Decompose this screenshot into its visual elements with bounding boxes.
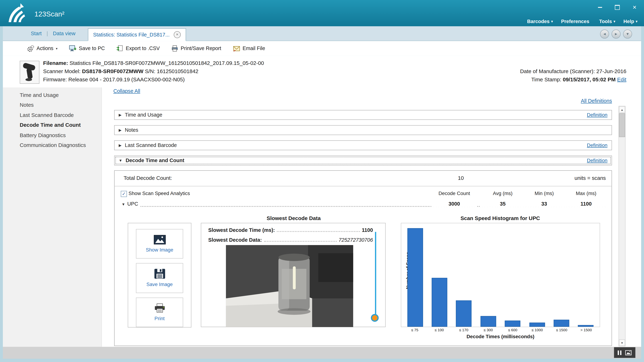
column-decode-count: Decode Count bbox=[432, 190, 477, 196]
show-image-button[interactable]: Show Image bbox=[136, 229, 183, 259]
menu-help[interactable]: Help▾ bbox=[624, 18, 638, 24]
minimize-icon bbox=[598, 7, 602, 8]
status-bar bbox=[3, 347, 641, 359]
menu-label: Barcodes bbox=[527, 18, 550, 24]
scanner-model-value: DS8178-SR0F007ZMWW bbox=[82, 68, 143, 74]
section-time-and-usage[interactable]: ▶ Time and Usage Definition bbox=[114, 110, 612, 120]
save-image-button[interactable]: Save Image bbox=[136, 263, 183, 293]
export-csv-icon bbox=[116, 45, 123, 52]
sidebar-item-notes[interactable]: Notes bbox=[3, 100, 102, 110]
total-decode-count-row: Total Decode Count: 10 units = scans bbox=[115, 171, 612, 186]
histogram-tick-label: ≤ 75 bbox=[402, 328, 427, 332]
actions-label: Actions bbox=[36, 45, 53, 51]
action-toolbar: Actions ▾ Save to PC Export to .CSV bbox=[3, 41, 641, 56]
window-controls: × bbox=[596, 4, 638, 11]
menu-label: Help bbox=[624, 18, 634, 24]
upc-symbology-row: ▼UPC 3000 35 33 1100 bbox=[115, 201, 612, 208]
menu-label: Preferences bbox=[561, 18, 589, 24]
tab-strip: Start | Data view Statistics: Statistics… bbox=[3, 26, 641, 41]
print-button[interactable]: Print bbox=[136, 298, 183, 327]
tab-statistics[interactable]: Statistics: Statistics File_DS817... × bbox=[88, 28, 186, 41]
nav-back-button[interactable]: ◄ bbox=[600, 29, 609, 39]
chevron-right-icon: ▶ bbox=[119, 143, 122, 147]
restore-icon bbox=[615, 5, 620, 10]
print-save-report-label: Print/Save Report bbox=[181, 45, 221, 51]
sidebar-item-decode-time-and-count[interactable]: Decode Time and Count bbox=[3, 120, 102, 130]
pause-icon[interactable] bbox=[618, 350, 622, 355]
actions-button[interactable]: Actions ▾ bbox=[27, 45, 58, 52]
decode-slider-handle[interactable] bbox=[371, 314, 379, 322]
tab-close-icon[interactable]: × bbox=[174, 31, 181, 38]
title-bar: 123Scan² × Barcodes▾ Preferences Tools▾ … bbox=[0, 0, 644, 26]
scroll-down-button[interactable]: ▼ bbox=[619, 340, 625, 346]
edit-timestamp-link[interactable]: Edit bbox=[617, 76, 626, 82]
chevron-down-icon: ▾ bbox=[56, 47, 58, 50]
minimize-button[interactable] bbox=[596, 4, 604, 11]
export-csv-button[interactable]: Export to .CSV bbox=[116, 45, 160, 52]
sidebar-item-communication-diagnostics[interactable]: Communication Diagnostics bbox=[3, 140, 102, 150]
firmware-line: Firmware: Release 004 - 2017.09.19 (SAAC… bbox=[43, 76, 184, 82]
image-icon bbox=[154, 235, 166, 245]
floppy-disk-icon bbox=[154, 269, 165, 279]
histogram-slot bbox=[525, 223, 549, 327]
histogram-tick-label: > 1500 bbox=[574, 328, 598, 332]
scanner-icon bbox=[21, 62, 38, 82]
histogram-bar bbox=[407, 228, 423, 327]
save-to-pc-button[interactable]: Save to PC bbox=[69, 45, 105, 52]
firmware-label: Firmware: bbox=[43, 76, 67, 82]
decode-slider-track[interactable] bbox=[375, 232, 376, 318]
printer-icon bbox=[154, 303, 165, 313]
menu-bar: Barcodes▾ Preferences Tools▾ Help▾ bbox=[527, 18, 638, 24]
show-scan-speed-analytics-checkbox[interactable]: ✓ bbox=[121, 191, 127, 197]
menu-preferences[interactable]: Preferences bbox=[561, 18, 591, 24]
histogram-bar bbox=[578, 325, 594, 327]
decode-time-and-count-panel: Total Decode Count: 10 units = scans ✓ S… bbox=[114, 170, 612, 346]
nav-forward-button[interactable]: ► bbox=[612, 29, 621, 39]
all-definitions-link[interactable]: All Definitions bbox=[581, 98, 612, 104]
gears-icon bbox=[27, 45, 34, 52]
section-decode-time-and-count[interactable]: ▼ Decode Time and Count Definition bbox=[114, 156, 612, 165]
section-notes[interactable]: ▶ Notes bbox=[114, 125, 612, 135]
email-file-button[interactable]: Email File bbox=[233, 45, 265, 51]
slowest-data-label: Slowest Decode Data: bbox=[208, 237, 262, 243]
save-to-pc-label: Save to PC bbox=[79, 45, 105, 51]
restore-button[interactable] bbox=[614, 4, 621, 11]
menu-tools[interactable]: Tools▾ bbox=[599, 18, 615, 24]
menu-barcodes[interactable]: Barcodes▾ bbox=[527, 18, 553, 24]
nav-more-button[interactable]: ▼ bbox=[623, 29, 632, 39]
accordion-sections: ▶ Time and Usage Definition ▶ Notes ▶ La… bbox=[114, 110, 612, 171]
section-last-scanned-barcode[interactable]: ▶ Last Scanned Barcode Definition bbox=[114, 140, 612, 150]
tab-start[interactable]: Start bbox=[26, 30, 47, 36]
slowest-decode-panel: Slowest Decode Time (ms): 1100 Slowest D… bbox=[201, 223, 386, 327]
scroll-up-button[interactable]: ▲ bbox=[619, 106, 625, 113]
total-decode-count-value: 10 bbox=[438, 175, 484, 181]
collapse-all-link[interactable]: Collapse All bbox=[114, 88, 140, 94]
manufacture-value: 27-Jun-2016 bbox=[596, 68, 626, 74]
definition-link[interactable]: Definition bbox=[587, 158, 608, 163]
sidebar-item-last-scanned-barcode[interactable]: Last Scanned Barcode bbox=[3, 110, 102, 120]
sidebar-item-time-and-usage[interactable]: Time and Usage bbox=[3, 90, 102, 100]
email-icon bbox=[233, 45, 240, 51]
slowest-decode-data-title: Slowest Decode Data bbox=[212, 215, 376, 221]
slowest-time-value: 1100 bbox=[362, 227, 373, 233]
definition-link[interactable]: Definition bbox=[587, 112, 608, 118]
close-button[interactable]: × bbox=[631, 4, 638, 11]
scanner-model-line: Scanner Model: DS8178-SR0F007ZMWW S/N: 1… bbox=[43, 68, 198, 74]
snapshot-icon[interactable] bbox=[625, 350, 632, 355]
upc-expander[interactable]: ▼UPC bbox=[122, 201, 140, 207]
tab-data-view[interactable]: Data view bbox=[48, 30, 80, 36]
timestamp-line: Time Stamp: 09/15/2017, 05:02 PM Edit bbox=[531, 76, 626, 82]
sidebar-item-battery-diagnostics[interactable]: Battery Diagnostics bbox=[3, 130, 102, 140]
definition-link[interactable]: Definition bbox=[587, 142, 608, 148]
column-min-ms: Min (ms) bbox=[522, 190, 567, 196]
menu-label: Tools bbox=[599, 18, 612, 24]
histogram-bar bbox=[554, 320, 569, 327]
histogram-x-axis-label: Decode Times (milliseconds) bbox=[401, 334, 600, 340]
upc-min-ms: 33 bbox=[522, 201, 567, 207]
dotted-leader bbox=[277, 231, 360, 232]
column-avg-ms: Avg (ms) bbox=[480, 190, 526, 196]
print-save-report-button[interactable]: Print/Save Report bbox=[171, 45, 221, 52]
filename-value: Statistics File_DS8178-SR0F007ZMWW_16125… bbox=[70, 60, 264, 66]
scrollbar-thumb[interactable] bbox=[619, 113, 625, 137]
vertical-scrollbar[interactable]: ▲ ▼ bbox=[618, 106, 626, 346]
